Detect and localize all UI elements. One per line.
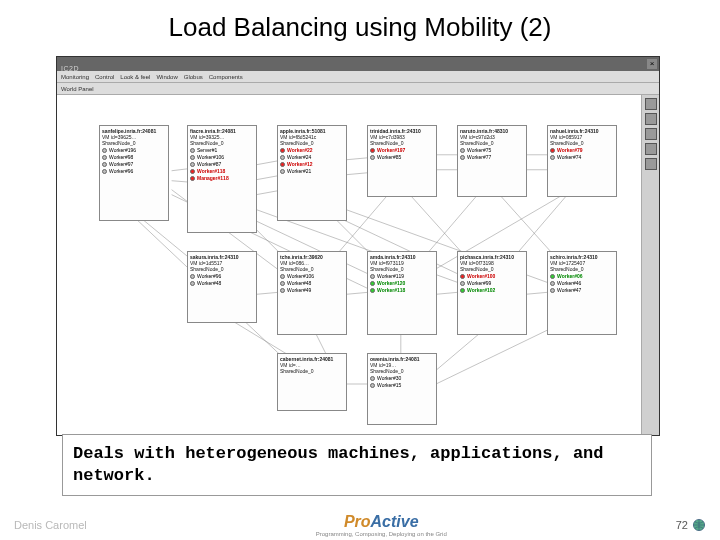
worker-dot-icon [190,155,195,160]
host-box[interactable]: trinidad.inria.fr:24310VM id=c7d3983Shar… [367,125,437,197]
host-box[interactable]: apple.inria.fr:51081VM id=f8d5241cShared… [277,125,347,221]
worker-item[interactable]: Worker#120 [370,280,434,286]
worker-item[interactable]: Worker#197 [370,147,434,153]
worker-item[interactable]: Worker#106 [280,273,344,279]
worker-dot-icon [550,148,555,153]
worker-item[interactable]: Worker#30 [370,375,434,381]
host-box[interactable]: owenia.inria.fr:24081VM id=19…SharedNode… [367,353,437,425]
proactive-logo: ProActive Programming, Composing, Deploy… [316,513,447,537]
worker-item[interactable]: Worker#106 [190,154,254,160]
worker-item[interactable]: Worker#48 [280,280,344,286]
worker-label: Worker#119 [377,273,404,279]
worker-dot-icon [190,274,195,279]
worker-dot-icon [370,148,375,153]
worker-item[interactable]: Worker#87 [190,161,254,167]
sidebar-tool-icon[interactable] [645,128,657,140]
sidebar-tool-icon[interactable] [645,98,657,110]
worker-item[interactable]: Worker#196 [102,147,166,153]
worker-label: Worker#06 [557,273,582,279]
worker-item[interactable]: Worker#77 [460,154,524,160]
close-icon[interactable]: × [647,59,657,69]
worker-dot-icon [280,148,285,153]
worker-dot-icon [370,376,375,381]
host-box[interactable]: tche.inria.fr:39620VM id=086…SharedNode_… [277,251,347,335]
app-window: IC2D × Monitoring Control Look & feel Wi… [56,56,660,436]
worker-item[interactable]: Worker#118 [370,287,434,293]
host-box[interactable]: cabernet.inria.fr:24081VM id=…SharedNode… [277,353,347,411]
worker-item[interactable]: Worker#98 [102,154,166,160]
sidebar-tool-icon[interactable] [645,158,657,170]
worker-label: Server#1 [197,147,217,153]
worker-item[interactable]: Worker#49 [280,287,344,293]
worker-item[interactable]: Worker#102 [460,287,524,293]
worker-label: Worker#106 [197,154,224,160]
host-box[interactable]: sakura.inria.fr:24310VM id=1d5517SharedN… [187,251,257,323]
host-box[interactable]: nahuel.inria.fr:24310VM id=085917SharedN… [547,125,617,197]
worker-item[interactable]: Worker#21 [280,168,344,174]
worker-dot-icon [550,288,555,293]
worker-item[interactable]: Worker#118 [190,168,254,174]
host-box[interactable]: schiro.inria.fr:24310VM id=1725407Shared… [547,251,617,335]
menu-globus[interactable]: Globus [184,74,203,80]
host-box[interactable]: fiacre.inria.fr:24081VM id=39325…SharedN… [187,125,257,233]
worker-item[interactable]: Worker#119 [370,273,434,279]
menubar: Monitoring Control Look & feel Window Gl… [57,71,659,83]
worker-dot-icon [280,169,285,174]
sidebar-tool-icon[interactable] [645,113,657,125]
menu-components[interactable]: Components [209,74,243,80]
worker-item[interactable]: Worker#46 [550,280,614,286]
node-label: SharedNode_0 [370,368,434,374]
worker-item[interactable]: Worker#96 [102,168,166,174]
page-number: 72 [676,518,706,532]
worker-item[interactable]: Worker#85 [370,154,434,160]
worker-item[interactable]: Manager#118 [190,175,254,181]
worker-label: Worker#79 [557,147,582,153]
menu-look[interactable]: Look & feel [120,74,150,80]
sidebar-tool-icon[interactable] [645,143,657,155]
node-label: SharedNode_0 [280,140,344,146]
worker-label: Worker#106 [287,273,314,279]
node-label: SharedNode_0 [280,266,344,272]
worker-dot-icon [460,288,465,293]
worker-label: Worker#197 [377,147,405,153]
host-box[interactable]: pichasca.inria.fr:24310VM id=0f73198Shar… [457,251,527,335]
worker-dot-icon [102,148,107,153]
worker-label: Worker#30 [377,375,401,381]
host-box[interactable]: naruto.inria.fr:48310VM id=c97d2d3Shared… [457,125,527,197]
worker-label: Worker#12 [287,161,312,167]
menu-control[interactable]: Control [95,74,114,80]
worker-dot-icon [460,281,465,286]
worker-item[interactable]: Worker#47 [550,287,614,293]
node-label: SharedNode_0 [102,140,166,146]
worker-item[interactable]: Worker#15 [370,382,434,388]
worker-item[interactable]: Worker#100 [460,273,524,279]
worker-item[interactable]: Worker#79 [550,147,614,153]
node-label: SharedNode_0 [550,140,614,146]
menu-monitoring[interactable]: Monitoring [61,74,89,80]
node-label: SharedNode_0 [550,266,614,272]
worker-item[interactable]: Worker#74 [550,154,614,160]
worker-item[interactable]: Worker#75 [460,147,524,153]
footer: Denis Caromel ProActive Programming, Com… [0,510,720,540]
worker-item[interactable]: Worker#12 [280,161,344,167]
worker-dot-icon [190,169,195,174]
host-box[interactable]: amda.inria.fr:24310VM id=f973119SharedNo… [367,251,437,335]
worker-item[interactable]: Worker#24 [280,154,344,160]
menu-window[interactable]: Window [156,74,177,80]
worker-item[interactable]: Worker#22 [280,147,344,153]
worker-item[interactable]: Worker#96 [190,273,254,279]
worker-label: Worker#21 [287,168,311,174]
node-label: SharedNode_0 [460,140,524,146]
worker-dot-icon [280,162,285,167]
worker-item[interactable]: Worker#97 [102,161,166,167]
worker-item[interactable]: Server#1 [190,147,254,153]
worker-item[interactable]: Worker#99 [460,280,524,286]
node-label: SharedNode_0 [370,140,434,146]
host-box[interactable]: sanfelipe.inria.fr:24081VM id=39625…Shar… [99,125,169,221]
worker-dot-icon [102,155,107,160]
titlebar: IC2D × [57,57,659,71]
worker-item[interactable]: Worker#48 [190,280,254,286]
worker-item[interactable]: Worker#06 [550,273,614,279]
worker-dot-icon [370,383,375,388]
worker-label: Worker#118 [377,287,405,293]
